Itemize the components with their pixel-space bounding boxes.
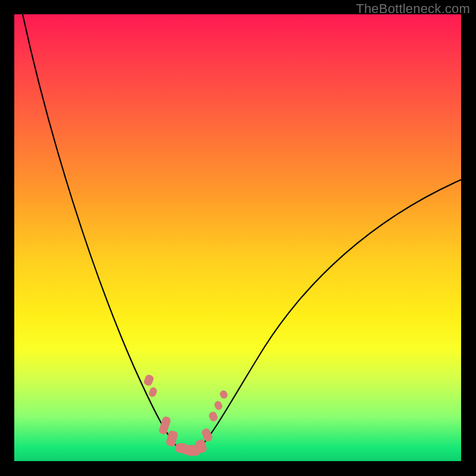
bottleneck-curve (14, 14, 461, 461)
curve-path (23, 14, 461, 453)
watermark-text: TheBottleneck.com (356, 1, 470, 17)
chart-plot-area (14, 14, 461, 461)
